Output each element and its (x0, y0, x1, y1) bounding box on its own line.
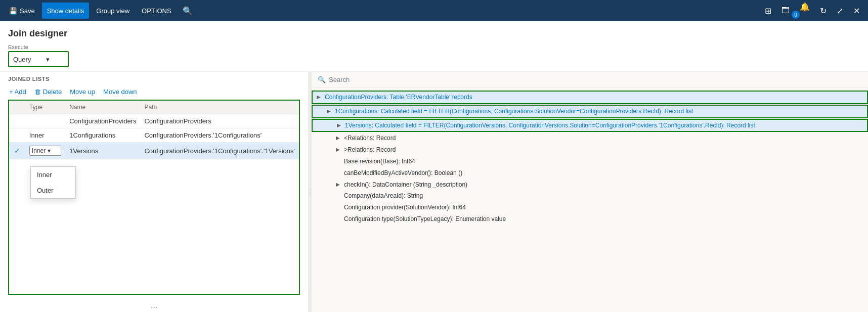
table-row[interactable]: Inner 1Configurations ConfigurationProvi… (9, 128, 299, 143)
search-input[interactable] (329, 76, 862, 83)
expand-icon[interactable]: ▶ (336, 135, 344, 142)
options-button[interactable]: OPTIONS (137, 3, 177, 19)
chevron-down-icon: ▾ (46, 56, 50, 63)
tree-node[interactable]: Company(dataAreaId): String (312, 190, 868, 202)
execute-section: Execute Query ▾ (8, 44, 69, 67)
page-title: Join designer (8, 28, 860, 39)
table-header-row: Type Name Path (9, 101, 299, 114)
tree-node-text: 1Configurations: Calculated field = FILT… (335, 107, 693, 116)
type-dropdown-popup: Inner Outer (30, 166, 76, 199)
row3-path-cell: ConfigurationProviders.'1Configurations'… (140, 143, 299, 159)
office-icon-button[interactable]: 🗔 (777, 3, 794, 19)
ellipsis: ... (0, 299, 308, 312)
content-area: JOINED LISTS + Add 🗑 Delete Move up Move… (0, 72, 868, 312)
tree-node[interactable]: Configuration type(SolutionTypeLegacy): … (312, 213, 868, 225)
joined-lists-header: JOINED LISTS (0, 72, 308, 84)
close-button[interactable]: ✕ (849, 3, 864, 19)
table-container: Type Name Path ConfigurationProviders Co… (8, 100, 300, 295)
tree-node-text: Configuration provider(SolutionVendor): … (344, 203, 466, 212)
tree-node[interactable]: ▶checkIn(): DataContainer (String _descr… (312, 179, 868, 191)
dropdown-item-inner[interactable]: Inner (31, 167, 75, 183)
main-content: Join designer Execute Query ▾ JOINED LIS… (0, 21, 868, 312)
row1-check-cell (9, 114, 25, 128)
row2-name-cell: 1Configurations (65, 128, 140, 143)
add-button[interactable]: + Add (8, 86, 27, 98)
group-view-button[interactable]: Group view (91, 3, 135, 19)
move-up-button[interactable]: Move up (69, 86, 96, 98)
delete-button[interactable]: 🗑 Delete (33, 86, 63, 98)
tree-node-text: canBeModifiedByActiveVendor(): Boolean (… (344, 169, 462, 177)
save-button[interactable]: 💾 Save (4, 3, 40, 19)
table-body: ConfigurationProviders ConfigurationProv… (9, 114, 299, 159)
show-details-label: Show details (47, 7, 84, 15)
tree-node-text: ConfigurationProviders: Table 'ERVendorT… (325, 93, 472, 102)
save-label: Save (20, 7, 35, 15)
row1-name-cell: ConfigurationProviders (65, 114, 140, 128)
search-icon: 🔍 (318, 76, 326, 83)
execute-dropdown[interactable]: Query ▾ (8, 51, 69, 67)
show-details-button[interactable]: Show details (42, 3, 90, 19)
tree-node-text: 1Versions: Calculated field = FILTER(Con… (345, 121, 755, 130)
delete-label: Delete (43, 88, 62, 96)
tree-container[interactable]: ▶ConfigurationProviders: Table 'ERVendor… (312, 88, 868, 312)
refresh-button[interactable]: ↻ (816, 3, 831, 19)
chevron-down-icon: ▾ (48, 147, 51, 154)
dropdown-item-outer[interactable]: Outer (31, 183, 75, 198)
tree-node-text: checkIn(): DataContainer (String _descri… (344, 181, 467, 189)
expand-icon[interactable]: ▶ (317, 94, 325, 101)
row3-check-cell: ✓ (9, 143, 25, 159)
expand-icon[interactable]: ▶ (336, 146, 344, 153)
row2-check-cell (9, 128, 25, 143)
expand-icon[interactable]: ▶ (337, 122, 345, 129)
row2-type-cell: Inner (25, 128, 65, 143)
execute-value: Query (13, 56, 31, 63)
col-name: Name (65, 101, 140, 114)
right-panel: 🔍 ▶ConfigurationProviders: Table 'ERVend… (312, 72, 868, 312)
row3-name-cell: 1Versions (65, 143, 140, 159)
tree-node[interactable]: ▶1Configurations: Calculated field = FIL… (312, 105, 868, 118)
tree-node-text: Configuration type(SolutionTypeLegacy): … (344, 215, 506, 224)
expand-icon[interactable]: ▶ (327, 108, 335, 115)
grid-icon-button[interactable]: ⊞ (761, 3, 775, 19)
row2-path-cell: ConfigurationProviders.'1Configurations' (140, 128, 299, 143)
execute-label: Execute (8, 44, 69, 50)
row3-type-cell: Inner ▾ (25, 143, 65, 159)
joined-lists-table: Type Name Path ConfigurationProviders Co… (9, 101, 299, 159)
action-bar: + Add 🗑 Delete Move up Move down (0, 84, 308, 100)
options-label: OPTIONS (142, 7, 171, 15)
expand-icon[interactable]: ▶ (336, 181, 344, 188)
col-path: Path (140, 101, 299, 114)
col-type: Type (25, 101, 65, 114)
left-panel: JOINED LISTS + Add 🗑 Delete Move up Move… (0, 72, 309, 312)
move-down-button[interactable]: Move down (102, 86, 138, 98)
trash-icon: 🗑 (34, 88, 41, 96)
search-bar: 🔍 (312, 72, 868, 88)
tree-node[interactable]: ▶ConfigurationProviders: Table 'ERVendor… (312, 91, 868, 104)
tree-node[interactable]: ▶>Relations: Record (312, 144, 868, 156)
notification-badge: 0 (792, 11, 800, 19)
table-row[interactable]: ConfigurationProviders ConfigurationProv… (9, 114, 299, 128)
maximize-button[interactable]: ⤢ (833, 3, 847, 19)
tree-node-text: <Relations: Record (344, 134, 396, 143)
checkmark-icon: ✓ (14, 147, 20, 155)
tree-node[interactable]: ▶<Relations: Record (312, 132, 868, 144)
type-dropdown[interactable]: Inner ▾ (29, 146, 61, 156)
tree-node-text: Base revision(Base): Int64 (344, 157, 415, 166)
group-view-label: Group view (96, 7, 129, 15)
page-header: Join designer Execute Query ▾ (0, 21, 868, 72)
tree-node[interactable]: canBeModifiedByActiveVendor(): Boolean (… (312, 167, 868, 179)
search-toolbar-button[interactable]: 🔍 (179, 3, 197, 19)
row1-path-cell: ConfigurationProviders (140, 114, 299, 128)
row1-type-cell (25, 114, 65, 128)
tree-node-text: Company(dataAreaId): String (344, 192, 423, 200)
toolbar: 💾 Save Show details Group view OPTIONS 🔍… (0, 0, 868, 21)
tree-node[interactable]: ▶1Versions: Calculated field = FILTER(Co… (312, 119, 868, 132)
tree-node[interactable]: Base revision(Base): Int64 (312, 156, 868, 167)
type-value: Inner (32, 147, 46, 154)
tree-node-text: >Relations: Record (344, 146, 396, 154)
tree-node[interactable]: Configuration provider(SolutionVendor): … (312, 202, 868, 213)
table-row[interactable]: ✓ Inner ▾ 1Versions ConfigurationProvide… (9, 143, 299, 159)
col-check (9, 101, 25, 114)
save-icon: 💾 (9, 7, 17, 15)
